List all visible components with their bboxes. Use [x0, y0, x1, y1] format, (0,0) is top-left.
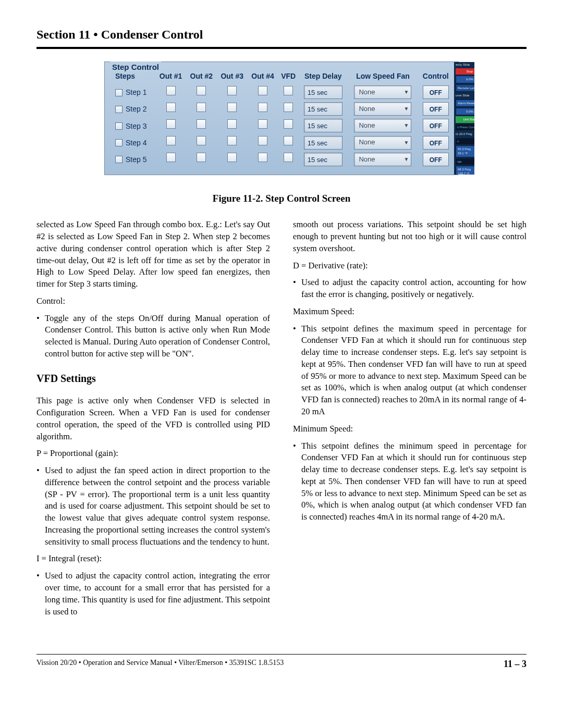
- step-delay-input[interactable]: 15 sec: [304, 119, 342, 132]
- right-column: smooth out process variations. This setp…: [293, 219, 527, 623]
- out4-checkbox[interactable]: [258, 103, 267, 112]
- vfd-checkbox[interactable]: [284, 153, 293, 162]
- out1-checkbox[interactable]: [166, 86, 176, 95]
- control-button[interactable]: OFF: [423, 102, 449, 116]
- step-control-table: Steps Out #1 Out #2 Out #3 Out #4 VFD St…: [110, 65, 453, 169]
- vfd-checkbox[interactable]: [284, 86, 293, 95]
- low-speed-fan-dropdown[interactable]: None▼: [354, 102, 411, 116]
- dropdown-text: None: [359, 88, 375, 97]
- strip-text: 68.3 Psig 138.7 °F: [456, 166, 474, 175]
- unit-start-button[interactable]: Unit Start: [456, 116, 474, 122]
- figure-wrap: Step Control Steps Out #1 Out #2 Out #3 …: [89, 61, 474, 186]
- step-checkbox[interactable]: [115, 89, 123, 96]
- step-delay-input[interactable]: 15 sec: [304, 85, 342, 99]
- out2-checkbox[interactable]: [197, 136, 206, 145]
- out3-checkbox[interactable]: [227, 86, 237, 95]
- vfd-checkbox[interactable]: [284, 119, 293, 129]
- col-fan: Low Speed Fan: [347, 68, 418, 83]
- vfd-checkbox[interactable]: [284, 136, 293, 145]
- col-out3: Out #3: [217, 68, 248, 83]
- out1-checkbox[interactable]: [166, 103, 176, 112]
- strip-text: rge: [456, 158, 474, 165]
- p-label: P = Proportional (gain):: [36, 448, 270, 460]
- control-label: Control:: [36, 295, 270, 307]
- out4-checkbox[interactable]: [258, 153, 267, 162]
- step-label: Step 3: [126, 121, 146, 130]
- step-delay-input[interactable]: 15 sec: [304, 136, 342, 150]
- step-checkbox[interactable]: [115, 156, 123, 163]
- chevron-down-icon: ▼: [404, 122, 409, 129]
- col-vfd: VFD: [278, 68, 299, 83]
- control-button[interactable]: OFF: [423, 85, 449, 99]
- step-checkbox[interactable]: [115, 106, 123, 113]
- stop-button[interactable]: Stop: [456, 68, 474, 75]
- control-button[interactable]: OFF: [423, 119, 449, 132]
- step-control-screenshot: Step Control Steps Out #1 Out #2 Out #3 …: [104, 61, 459, 175]
- out1-checkbox[interactable]: [166, 153, 176, 162]
- step-label: Step 4: [126, 138, 146, 146]
- table-row: Step 3 15 sec None▼ OFF: [110, 119, 453, 132]
- out3-checkbox[interactable]: [227, 119, 237, 129]
- out2-checkbox[interactable]: [197, 153, 206, 162]
- col-ctl: Control: [418, 68, 453, 83]
- out1-checkbox[interactable]: [166, 119, 176, 129]
- i-label: I = Integral (reset):: [36, 553, 270, 565]
- dropdown-text: None: [359, 138, 375, 147]
- out1-checkbox[interactable]: [166, 136, 176, 145]
- body-paragraph: selected as Low Speed Fan through combo …: [36, 219, 270, 290]
- out2-checkbox[interactable]: [197, 119, 206, 129]
- out4-checkbox[interactable]: [258, 136, 267, 145]
- dropdown-text: None: [359, 104, 375, 114]
- col-out2: Out #2: [186, 68, 217, 83]
- step-delay-input[interactable]: 15 sec: [304, 153, 342, 166]
- control-button[interactable]: OFF: [423, 153, 449, 166]
- body-bullet: Used to adjust the capacity control acti…: [36, 570, 270, 618]
- col-out4: Out #4: [248, 68, 278, 83]
- step-delay-input[interactable]: 15 sec: [304, 102, 342, 116]
- table-row: Step 1 15 sec None▼ OFF: [110, 85, 453, 99]
- chevron-down-icon: ▼: [404, 89, 409, 96]
- strip-pct: 0.0%: [456, 108, 474, 115]
- out4-checkbox[interactable]: [258, 86, 267, 95]
- low-speed-fan-dropdown[interactable]: None▼: [354, 119, 411, 132]
- control-button[interactable]: OFF: [423, 136, 449, 150]
- out3-checkbox[interactable]: [227, 103, 237, 112]
- max-speed-label: Maximum Speed:: [293, 306, 527, 318]
- vfd-checkbox[interactable]: [284, 103, 293, 112]
- table-row: Step 5 15 sec None▼ OFF: [110, 153, 453, 166]
- body-bullet: Used to adjust the fan speed action in d…: [36, 465, 270, 548]
- body-paragraph: This page is active only when Condenser …: [36, 395, 270, 442]
- step-checkbox[interactable]: [115, 139, 123, 146]
- strip-pct: 6.0%: [456, 76, 474, 83]
- low-speed-fan-dropdown[interactable]: None▼: [354, 153, 411, 166]
- strip-text: n Press Control: [456, 124, 474, 130]
- step-label: Step 5: [126, 155, 146, 163]
- dropdown-text: None: [359, 155, 375, 164]
- step-label: Step 1: [126, 88, 146, 96]
- body-paragraph: smooth out process variations. This setp…: [293, 219, 527, 254]
- footer-left: Vission 20/20 • Operation and Service Ma…: [36, 658, 284, 671]
- strip-value: 138.7 °F: [458, 172, 470, 174]
- out3-checkbox[interactable]: [227, 136, 237, 145]
- low-speed-fan-dropdown[interactable]: None▼: [354, 136, 411, 150]
- min-speed-label: Minimum Speed:: [293, 423, 527, 435]
- body-bullet: Toggle any of the steps On/Off during Ma…: [36, 313, 270, 360]
- strip-text: n: [456, 138, 474, 144]
- out2-checkbox[interactable]: [197, 86, 206, 95]
- low-speed-fan-dropdown[interactable]: None▼: [354, 85, 411, 99]
- alarm-reset-button[interactable]: Alarm Reset: [456, 100, 474, 107]
- chevron-down-icon: ▼: [404, 156, 409, 163]
- table-header-row: Steps Out #1 Out #2 Out #3 Out #4 VFD St…: [110, 68, 453, 83]
- out3-checkbox[interactable]: [227, 153, 237, 162]
- strip-text: acity Slide: [454, 62, 474, 67]
- out4-checkbox[interactable]: [258, 119, 267, 129]
- step-checkbox[interactable]: [115, 122, 123, 130]
- table-row: Step 4 15 sec None▼ OFF: [110, 135, 453, 149]
- page-footer: Vission 20/20 • Operation and Service Ma…: [36, 654, 527, 671]
- out2-checkbox[interactable]: [197, 103, 206, 112]
- strip-value: 68.3 Psig: [458, 168, 471, 171]
- table-row: Step 2 15 sec None▼ OFF: [110, 102, 453, 116]
- strip-text: 55.3 Psig 33.1 °F: [456, 145, 474, 157]
- body-columns: selected as Low Speed Fan through combo …: [36, 219, 527, 623]
- remote-lockout-button[interactable]: Remote Lock Out: [456, 84, 474, 92]
